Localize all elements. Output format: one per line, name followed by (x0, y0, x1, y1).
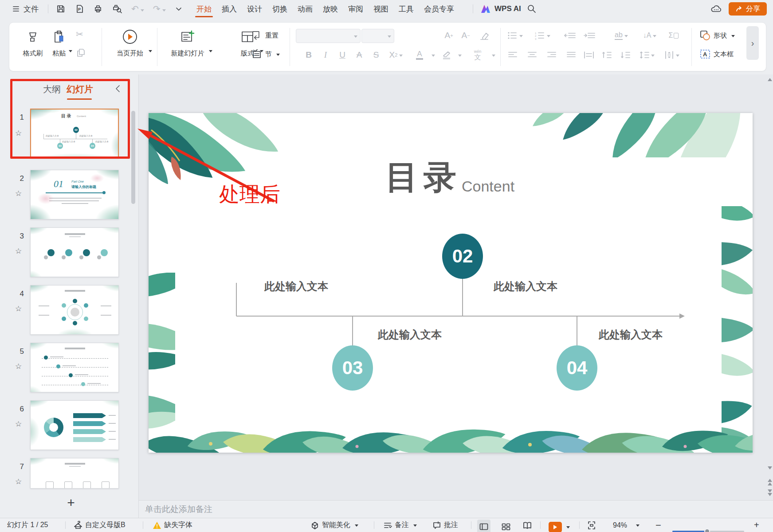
star-icon[interactable]: ☆ (15, 304, 22, 313)
print-icon[interactable] (93, 4, 103, 14)
strikethrough-button[interactable]: S (370, 48, 382, 62)
text-direction-button[interactable]: ↓A (637, 28, 662, 43)
reading-view-button[interactable] (522, 518, 532, 532)
collapse-toolbar-icon[interactable] (175, 5, 183, 13)
tab-review[interactable]: 审阅 (348, 4, 363, 14)
timeline-node-02[interactable]: 02 (442, 234, 483, 279)
clear-format-button[interactable] (477, 28, 492, 43)
fit-to-window-button[interactable] (587, 518, 596, 532)
slide-thumbnail-3[interactable] (30, 227, 119, 277)
next-slide-icon[interactable] (768, 489, 772, 493)
tab-transition[interactable]: 切换 (272, 4, 287, 14)
align-center-button[interactable] (526, 48, 539, 62)
search-icon[interactable] (527, 4, 537, 14)
char-strikethrough-button[interactable]: A (353, 48, 365, 62)
notes-button[interactable]: 备注 (383, 518, 417, 532)
undo-icon[interactable]: ↶ (131, 4, 144, 14)
redo-dropdown-icon[interactable] (162, 9, 166, 13)
shapes-dropdown-icon[interactable] (731, 35, 735, 39)
tab-tools[interactable]: 工具 (399, 4, 414, 14)
phonetic-guide-button[interactable]: wén文 (466, 48, 489, 62)
zoom-level[interactable]: 94% (613, 518, 640, 532)
align-left-button[interactable] (506, 48, 519, 62)
bullet-list-button[interactable] (506, 28, 524, 43)
italic-button[interactable]: I (320, 48, 331, 62)
highlight-dropdown[interactable] (455, 48, 463, 62)
slide-subtitle[interactable]: Content (462, 179, 514, 194)
smart-beautify-button[interactable]: 智能美化 (310, 518, 358, 532)
new-slide-button[interactable]: 新建幻灯片 (165, 27, 211, 58)
slide-thumbnail-5[interactable] (30, 343, 119, 392)
zoom-slider[interactable] (672, 524, 744, 532)
slide-title[interactable]: 目录 (385, 161, 462, 194)
timeline-label-3[interactable]: 此处输入文本 (378, 328, 442, 342)
comment-button[interactable]: 批注 (432, 518, 458, 532)
redo-icon[interactable]: ↷ (153, 4, 166, 14)
tab-home[interactable]: 开始 (196, 4, 212, 14)
section-button[interactable]: 节 (251, 48, 280, 60)
previous-slide-icon[interactable] (768, 479, 772, 482)
tab-design[interactable]: 设计 (247, 4, 262, 14)
timeline-label-4[interactable]: 此处输入文本 (599, 328, 663, 342)
add-slide-button[interactable]: + (59, 494, 83, 512)
bold-button[interactable]: B (303, 48, 314, 62)
copy-button[interactable] (76, 47, 86, 60)
star-icon[interactable]: ☆ (15, 189, 22, 198)
zoom-out-button[interactable]: − (655, 518, 661, 532)
notes-area[interactable]: 单击此处添加备注 (139, 500, 773, 518)
file-menu-label[interactable]: 文件 (24, 4, 39, 14)
undo-dropdown-icon[interactable] (141, 9, 144, 13)
slide-thumbnail-6[interactable] (30, 400, 119, 450)
decrease-font-button[interactable]: A− (459, 28, 472, 43)
normal-view-button[interactable] (477, 520, 490, 532)
distribute-button[interactable] (581, 48, 596, 62)
symbol-button[interactable]: Σ (665, 28, 683, 43)
format-painter-button[interactable]: 格式刷 (19, 27, 47, 58)
print-preview-icon[interactable] (112, 4, 122, 14)
font-size-select[interactable] (361, 29, 394, 43)
char-spacing-button[interactable]: ab (609, 28, 634, 43)
timeline-label-2[interactable]: 此处输入文本 (494, 279, 557, 293)
outdent-button[interactable] (563, 28, 577, 43)
slide-thumbnail-7[interactable] (30, 458, 119, 489)
decrease-spacing-button[interactable] (618, 48, 633, 62)
star-icon[interactable]: ☆ (15, 419, 22, 429)
star-icon[interactable]: ☆ (15, 246, 22, 256)
zoom-dropdown-icon[interactable] (636, 524, 640, 528)
master-button[interactable]: 自定义母版B (74, 518, 126, 532)
export-pdf-icon[interactable]: P (75, 4, 84, 14)
zoom-in-button[interactable]: + (754, 518, 759, 532)
font-color-dropdown[interactable] (429, 48, 436, 62)
missing-font-warning[interactable]: 缺失字体 (153, 518, 192, 532)
underline-button[interactable]: U (337, 48, 348, 62)
star-icon[interactable]: ☆ (15, 362, 22, 371)
increase-font-button[interactable]: A+ (442, 28, 455, 43)
paste-button[interactable]: 粘贴 (47, 27, 71, 58)
cloud-icon[interactable] (710, 4, 722, 14)
star-icon[interactable]: ☆ (15, 477, 22, 486)
paragraph-settings-button[interactable] (661, 48, 683, 62)
zoom-slider-thumb[interactable] (704, 528, 710, 532)
increase-spacing-button[interactable] (599, 48, 614, 62)
cut-button[interactable]: ✂ (76, 29, 83, 39)
scroll-up-icon[interactable] (768, 78, 772, 81)
section-dropdown-icon[interactable] (276, 54, 280, 58)
tab-slideshow[interactable]: 放映 (323, 4, 338, 14)
font-name-select[interactable] (296, 29, 361, 43)
play-from-current-button[interactable]: 当页开始 (109, 27, 151, 58)
tab-view[interactable]: 视图 (373, 4, 388, 14)
line-spacing-button[interactable] (636, 48, 658, 62)
numbered-list-button[interactable]: 123 (533, 28, 552, 43)
timeline-node-04[interactable]: 04 (557, 345, 597, 391)
next-slide-icon2[interactable] (768, 493, 772, 496)
previous-slide-icon2[interactable] (768, 482, 772, 485)
play-slideshow-button[interactable] (549, 520, 570, 532)
paste-dropdown-icon[interactable] (69, 50, 72, 54)
font-color-button[interactable]: A (411, 48, 428, 62)
shapes-button[interactable]: 形状 (699, 30, 735, 41)
timeline-node-03[interactable]: 03 (332, 345, 373, 391)
main-menu-button[interactable]: 文件 (12, 0, 39, 18)
new-slide-dropdown-icon[interactable] (209, 50, 212, 54)
slide-thumbnail-2[interactable]: 01 Part One 请输入你的标题 (30, 170, 119, 219)
scroll-down-icon[interactable] (768, 466, 772, 469)
